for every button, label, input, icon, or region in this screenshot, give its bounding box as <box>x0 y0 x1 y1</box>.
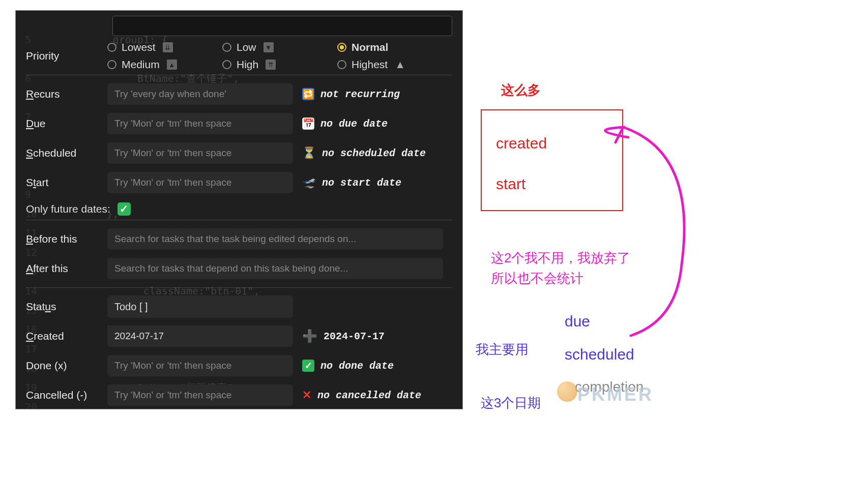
start-icon: 🛫 <box>302 176 316 189</box>
chevron-up-icon: ▲ <box>167 60 177 70</box>
anno-three: 这3个日期 <box>481 394 541 412</box>
only-future-label: Only future dates: <box>26 203 110 215</box>
created-input[interactable] <box>107 325 293 347</box>
due-row: Due 📅 no due date <box>26 109 452 138</box>
scheduled-status: no scheduled date <box>322 147 426 159</box>
cancelled-label: Cancelled (-) <box>26 389 107 401</box>
calendar-icon: 📅 <box>302 117 314 130</box>
plus-icon: ➕ <box>302 329 317 343</box>
task-edit-panel: 5 group1: { 6 BtName:"查个锤子", 7 className… <box>15 10 463 409</box>
status-label: Status <box>26 301 107 313</box>
start-input[interactable] <box>107 172 293 193</box>
pkmer-watermark: PKMER <box>577 384 654 405</box>
only-future-checkbox[interactable]: ✓ <box>118 202 131 216</box>
before-input[interactable] <box>107 228 443 250</box>
start-row: Start 🛫 no start date <box>26 168 452 197</box>
cancelled-input[interactable] <box>107 384 293 406</box>
priority-high[interactable]: High ⇈ <box>222 58 337 71</box>
anno-created: created <box>496 135 547 152</box>
chevron-up-icon: ⇈ <box>266 60 276 70</box>
priority-medium[interactable]: Medium ▲ <box>107 58 222 71</box>
anno-start: start <box>496 175 525 193</box>
anno-comment-1a: 这2个我不用，我放弃了 <box>491 249 630 267</box>
anno-comment-1b: 所以也不会统计 <box>491 270 583 287</box>
radio-icon <box>222 60 231 69</box>
due-input[interactable] <box>107 113 293 134</box>
recurs-input[interactable] <box>107 83 293 105</box>
cancelled-status: no cancelled date <box>317 390 421 401</box>
radio-icon <box>337 43 346 52</box>
done-status: no done date <box>320 360 394 372</box>
priority-low-label: Low <box>237 41 256 53</box>
scheduled-row: Scheduled ⏳ no scheduled date <box>26 138 452 168</box>
check-icon: ✓ <box>302 360 314 372</box>
priority-lowest[interactable]: Lowest ⇊ <box>107 41 222 53</box>
recurs-label: Recurs <box>26 88 107 100</box>
priority-normal[interactable]: Normal <box>337 41 452 53</box>
radio-icon <box>107 43 116 52</box>
only-future-row: Only future dates: ✓ <box>26 202 452 216</box>
start-label: Start <box>26 176 107 189</box>
recurs-status: not recurring <box>320 88 400 100</box>
chevron-up-icon: ▲ <box>395 58 405 71</box>
anno-mainuse: 我主要用 <box>476 341 529 359</box>
status-select[interactable]: Todo [ ] <box>107 295 293 318</box>
after-input[interactable] <box>107 258 443 279</box>
pkmer-logo-icon <box>557 381 577 402</box>
priority-high-label: High <box>237 58 258 71</box>
chevron-down-icon: ⇊ <box>163 42 173 52</box>
chevron-down-icon: ▼ <box>264 42 274 52</box>
anno-scheduled: scheduled <box>565 346 634 363</box>
priority-highest[interactable]: Highest ▲ <box>337 58 452 71</box>
priority-highest-label: Highest <box>352 58 388 71</box>
anno-due: due <box>565 313 590 330</box>
due-label: Due <box>26 117 107 130</box>
priority-medium-label: Medium <box>122 58 160 71</box>
x-icon: ✕ <box>302 389 311 402</box>
recur-icon: 🔁 <box>302 88 314 100</box>
before-row: Before this <box>26 224 452 254</box>
priority-label: Priority <box>26 50 107 62</box>
done-row: Done (x) ✓ no done date <box>26 351 452 380</box>
priority-lowest-label: Lowest <box>122 41 156 53</box>
after-label: After this <box>26 262 107 275</box>
text-area-remnant[interactable] <box>112 16 452 36</box>
start-status: no start date <box>322 177 401 189</box>
created-status: 2024-07-17 <box>324 331 385 342</box>
radio-icon <box>222 43 231 52</box>
after-row: After this <box>26 254 452 283</box>
anno-header: 这么多 <box>501 81 541 99</box>
radio-icon <box>107 60 116 69</box>
scheduled-input[interactable] <box>107 142 293 164</box>
created-label: Created <box>26 330 107 342</box>
cancelled-row: Cancelled (-) ✕ no cancelled date <box>26 380 452 409</box>
recurs-row: Recurs 🔁 not recurring <box>26 79 452 109</box>
scheduled-label: Scheduled <box>26 147 107 159</box>
hourglass-icon: ⏳ <box>302 146 316 160</box>
radio-icon <box>337 60 346 69</box>
before-label: Before this <box>26 233 107 245</box>
due-status: no due date <box>320 118 388 130</box>
status-value: Todo [ ] <box>114 301 148 313</box>
priority-row: Priority Lowest ⇊ Low ▼ Normal Medium ▲ <box>26 41 452 71</box>
anno-red-box <box>481 109 623 211</box>
created-row: Created ➕ 2024-07-17 <box>26 321 452 351</box>
status-row: Status Todo [ ] <box>26 292 452 321</box>
done-label: Done (x) <box>26 360 107 372</box>
priority-normal-label: Normal <box>352 41 388 53</box>
done-input[interactable] <box>107 355 293 376</box>
priority-low[interactable]: Low ▼ <box>222 41 337 53</box>
